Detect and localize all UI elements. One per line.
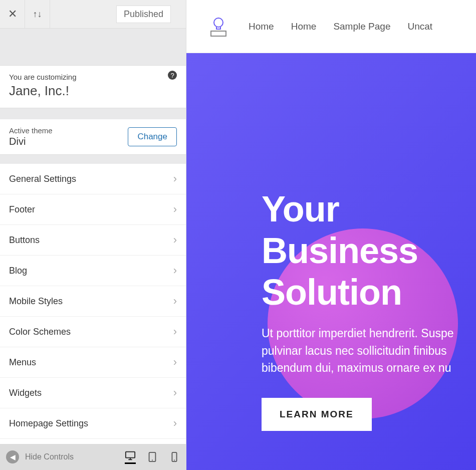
nav-link-home[interactable]: Home <box>249 21 274 32</box>
triangle-left-icon: ◀ <box>10 453 16 461</box>
menu-item-color-schemes[interactable]: Color Schemes› <box>0 317 186 347</box>
active-theme-row: Active theme Divi Change <box>0 119 186 155</box>
chevron-right-icon: › <box>173 325 177 338</box>
menu-item-label: Blog <box>9 266 27 276</box>
tablet-preview-button[interactable] <box>147 450 158 464</box>
sort-icon: ↑↓ <box>33 9 42 20</box>
menu-item-label: Mobile Styles <box>9 296 63 307</box>
site-preview: Home Home Sample Page Uncat Your Busines… <box>186 0 476 470</box>
preview-header: Home Home Sample Page Uncat <box>186 0 476 53</box>
chevron-right-icon: › <box>173 386 177 399</box>
menu-item-homepage-settings[interactable]: Homepage Settings› <box>0 408 186 439</box>
desktop-preview-button[interactable] <box>125 450 136 464</box>
help-icon[interactable]: ? <box>168 71 177 80</box>
reorder-button[interactable]: ↑↓ <box>25 0 50 29</box>
chevron-right-icon: › <box>173 264 177 277</box>
chevron-right-icon: › <box>173 233 177 247</box>
chevron-right-icon: › <box>173 295 177 308</box>
hero-title-line1: Your Business <box>262 189 418 271</box>
sidebar-topbar: ✕ ↑↓ Published <box>0 0 186 29</box>
menu-item-label: Footer <box>9 204 35 215</box>
active-theme-label: Active theme <box>9 126 128 135</box>
chevron-right-icon: › <box>173 203 177 216</box>
svg-point-7 <box>214 18 223 27</box>
device-preview-toggle <box>125 450 180 464</box>
menu-item-label: Buttons <box>9 235 40 246</box>
desktop-icon <box>125 450 136 461</box>
collapse-button[interactable]: ◀ <box>6 450 19 463</box>
hero-text: Ut porttitor imperdiet hendrerit. Suspe … <box>262 325 476 377</box>
menu-item-menus[interactable]: Menus› <box>0 347 186 378</box>
hero-text-line3: bibendum dui, maximus ornare ex nu <box>262 361 451 374</box>
spacer <box>0 29 186 65</box>
customizer-sidebar: ✕ ↑↓ Published You are customizing Jane,… <box>0 0 186 470</box>
spacer <box>0 155 186 164</box>
site-title: Jane, Inc.! <box>9 83 177 99</box>
mobile-icon <box>169 451 180 462</box>
menu-item-buttons[interactable]: Buttons› <box>0 225 186 256</box>
menu-item-footer[interactable]: Footer› <box>0 194 186 225</box>
menu-item-general-settings[interactable]: General Settings› <box>0 164 186 194</box>
site-logo[interactable] <box>205 14 231 40</box>
svg-rect-8 <box>211 31 226 36</box>
active-theme-name: Divi <box>9 136 128 147</box>
lightbulb-icon <box>207 15 230 38</box>
menu-item-additional-css[interactable]: Additional CSS› <box>0 439 186 444</box>
hero-title-line2: Solution <box>262 272 402 312</box>
menu-item-label: Menus <box>9 357 36 368</box>
nav-link-sample-page[interactable]: Sample Page <box>333 21 390 32</box>
close-icon: ✕ <box>8 8 17 21</box>
chevron-right-icon: › <box>173 172 177 185</box>
svg-rect-0 <box>126 451 135 457</box>
chevron-right-icon: › <box>173 356 177 369</box>
menu-item-label: Widgets <box>9 388 42 398</box>
customizing-header: You are customizing Jane, Inc.! ? <box>0 65 186 108</box>
nav-link-home-2[interactable]: Home <box>291 21 317 32</box>
hero-title: Your Business Solution <box>262 188 476 313</box>
nav-link-uncategorized[interactable]: Uncat <box>407 21 432 32</box>
hide-controls-label[interactable]: Hide Controls <box>25 452 119 461</box>
settings-menu: General Settings› Footer› Buttons› Blog›… <box>0 164 186 444</box>
chevron-right-icon: › <box>173 417 177 430</box>
menu-item-widgets[interactable]: Widgets› <box>0 378 186 408</box>
spacer <box>0 108 186 119</box>
publish-status[interactable]: Published <box>116 6 171 23</box>
menu-item-label: Color Schemes <box>9 327 71 337</box>
customizing-label: You are customizing <box>9 73 177 81</box>
menu-item-label: General Settings <box>9 174 76 184</box>
mobile-preview-button[interactable] <box>169 450 180 464</box>
hero-text-line1: Ut porttitor imperdiet hendrerit. Suspe <box>262 327 454 340</box>
learn-more-button[interactable]: LEARN MORE <box>262 398 372 431</box>
hero-text-line2: pulvinar lacus nec sollicitudin finibus <box>262 344 446 357</box>
menu-item-label: Homepage Settings <box>9 418 88 429</box>
hero-section: Your Business Solution Ut porttitor impe… <box>186 53 476 470</box>
menu-item-mobile-styles[interactable]: Mobile Styles› <box>0 286 186 317</box>
menu-item-blog[interactable]: Blog› <box>0 256 186 286</box>
sidebar-bottombar: ◀ Hide Controls <box>0 444 186 470</box>
close-button[interactable]: ✕ <box>0 0 25 29</box>
tablet-icon <box>147 451 158 462</box>
change-theme-button[interactable]: Change <box>128 127 177 146</box>
